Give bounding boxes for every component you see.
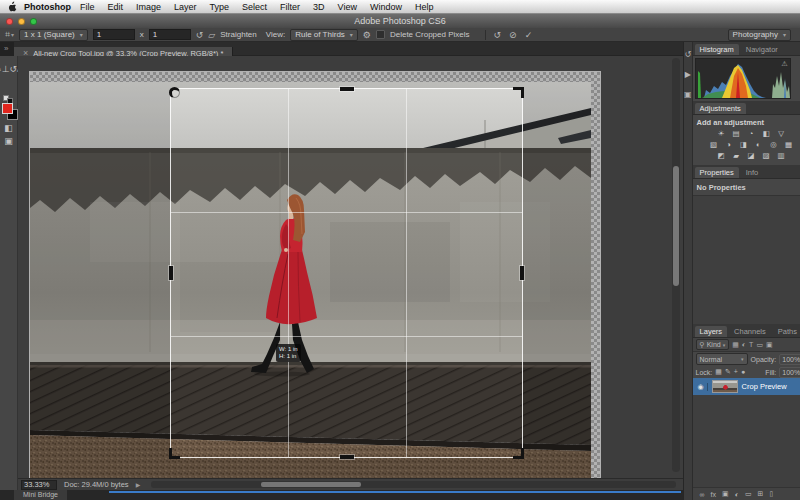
apple-menu-icon[interactable] [8,1,17,12]
layer-effects-icon[interactable]: fx [711,491,716,498]
tab-info[interactable]: Info [741,167,764,178]
menu-type[interactable]: Type [210,2,230,12]
adj-hue-saturation-icon[interactable]: ▧ [707,140,720,150]
adj-threshold-icon[interactable]: ◪ [745,151,758,161]
layer-filter-icon-1[interactable]: ◐ [742,341,746,349]
menu-help[interactable]: Help [415,2,434,12]
layer-visibility-eye-icon[interactable]: ◉ [695,383,708,391]
adj-levels-icon[interactable]: ▤ [730,129,743,139]
adj-posterize-icon[interactable]: ▰ [730,151,743,161]
crop-handle-top-left[interactable] [169,87,180,98]
adj-black-white-icon[interactable]: ◨ [737,140,750,150]
zoom-level-input[interactable]: 33.33% [21,480,57,490]
vertical-scrollbar[interactable] [672,58,680,472]
history-brush-tool[interactable]: ↺ [10,64,18,74]
tab-properties[interactable]: Properties [695,167,739,178]
overlay-view-select[interactable]: Rule of Thirds ▾ [290,29,358,41]
tab-channels[interactable]: Channels [729,326,771,337]
adj-channel-mixer-icon[interactable]: ◎ [767,140,780,150]
new-layer-icon[interactable]: ⊞ [758,490,764,498]
opacity-input[interactable]: 100% ▾ [779,354,800,365]
crop-options-gear-icon[interactable]: ⚙ [363,30,371,40]
menu-3d[interactable]: 3D [313,2,325,12]
adj-photo-filter-icon[interactable]: ◐ [752,140,765,150]
layer-filter-icon-0[interactable]: ▦ [732,341,739,349]
menu-file[interactable]: File [80,2,95,12]
layer-filter-icon-4[interactable]: ▣ [766,341,773,349]
crop-handle-bottom[interactable] [340,455,354,459]
tab-paths[interactable]: Paths [773,326,800,337]
menu-select[interactable]: Select [242,2,267,12]
straighten-level-icon[interactable]: ▱ [208,30,215,40]
layer-filter-kind-select[interactable]: ⚲ Kind ▾ [696,339,730,350]
actions-panel-icon[interactable]: ▶ [685,70,691,79]
vertical-scrollbar-thumb[interactable] [673,166,679,286]
adj-brightness-contrast-icon[interactable]: ☀ [715,129,728,139]
menu-edit[interactable]: Edit [108,2,124,12]
toolbar-collapse-chevron[interactable]: » [4,44,8,53]
lock-icon-0[interactable]: ▦ [715,368,722,376]
default-swatches-icon[interactable] [0,94,18,102]
crop-handle-top-right[interactable] [513,87,524,98]
screen-mode-button[interactable]: ▣ [0,135,18,148]
history-panel-icon[interactable]: ↺ [684,50,691,59]
tab-layers[interactable]: Layers [695,326,728,337]
crop-tool-badge[interactable]: ⌗ ▾ [5,29,14,40]
menu-view[interactable]: View [338,2,357,12]
commit-crop-icon[interactable]: ✓ [525,30,533,40]
crop-preset-select[interactable]: 1 x 1 (Square) ▾ [19,29,88,41]
layer-filter-icon-2[interactable]: T [749,341,753,349]
histogram-warning-icon[interactable]: ⚠ [781,60,787,68]
adj-invert-icon[interactable]: ◩ [715,151,728,161]
adjustment-layer-icon[interactable]: ◐ [735,491,739,498]
tab-navigator[interactable]: Navigator [741,44,783,55]
swap-dimensions-icon[interactable]: ↺ [196,30,204,40]
crop-height-input[interactable]: 1 [149,29,191,40]
clone-source-panel-icon[interactable]: ▣ [684,90,692,99]
crop-handle-top[interactable] [340,87,354,91]
menu-image[interactable]: Image [136,2,161,12]
adj-exposure-icon[interactable]: ◧ [760,129,773,139]
mini-bridge-tab[interactable]: Mini Bridge [14,490,67,500]
clone-stamp-tool[interactable]: ⊥ [2,64,10,74]
delete-cropped-pixels-checkbox[interactable] [376,30,385,39]
blend-mode-select[interactable]: Normal ▾ [696,353,748,365]
layer-mask-icon[interactable]: ▣ [722,490,729,498]
crop-handle-right[interactable] [520,266,524,280]
crop-handle-left[interactable] [169,266,173,280]
adj-gradient-map-icon[interactable]: ▨ [760,151,773,161]
tab-adjustments[interactable]: Adjustments [695,103,746,114]
adj-curves-icon[interactable]: ◔ [745,129,758,139]
status-flyout-icon[interactable]: ▶ [136,481,141,488]
crop-handle-bottom-right[interactable] [513,448,524,459]
menu-layer[interactable]: Layer [174,2,197,12]
lock-icon-2[interactable]: + [734,368,738,376]
layer-filter-icon-3[interactable]: ▭ [756,341,763,349]
adj-color-balance-icon[interactable]: ◑ [722,140,735,150]
layer-name[interactable]: Crop Preview [742,382,787,391]
horizontal-scrollbar-thumb[interactable] [261,482,361,487]
foreground-color-swatch[interactable] [2,103,13,114]
workspace-switcher[interactable]: Photography ▾ [728,29,791,41]
menu-filter[interactable]: Filter [280,2,300,12]
adj-selective-color-icon[interactable]: ▥ [775,151,788,161]
lock-icon-1[interactable]: ✎ [725,368,731,376]
layer-row-crop-preview[interactable]: ◉ Crop Preview [693,378,800,395]
crop-width-input[interactable]: 1 [93,29,135,40]
layer-thumbnail[interactable] [712,380,738,393]
link-layers-icon[interactable]: ∞ [700,491,705,498]
reset-crop-icon[interactable]: ↺ [494,30,502,40]
lock-icon-3[interactable]: ● [741,368,745,376]
layer-group-icon[interactable]: ▭ [745,490,752,498]
tab-histogram[interactable]: Histogram [695,44,739,55]
app-menu[interactable]: Photoshop [24,2,71,12]
adj-vibrance-icon[interactable]: ▽ [775,129,788,139]
crop-box[interactable] [170,88,523,458]
horizontal-scrollbar[interactable] [151,481,676,488]
menu-window[interactable]: Window [370,2,402,12]
fill-input[interactable]: 100% ▾ [779,367,800,378]
quick-mask-button[interactable]: ◧ [0,122,18,135]
straighten-button[interactable]: Straighten [220,30,256,39]
delete-layer-icon[interactable]: ▯ [769,490,773,498]
cancel-crop-icon[interactable]: ⊘ [509,30,517,40]
